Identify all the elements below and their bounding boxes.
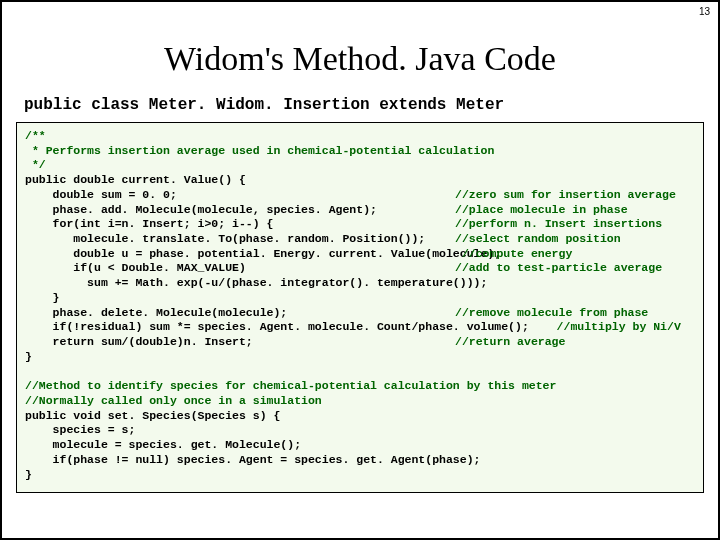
comment: //return average <box>455 335 565 350</box>
comment: */ <box>25 158 46 173</box>
code: phase. add. Molecule(molecule, species. … <box>25 203 455 218</box>
comment: //zero sum for insertion average <box>455 188 676 203</box>
comment: /** <box>25 129 46 144</box>
code: phase. delete. Molecule(molecule); <box>25 306 455 321</box>
code: if(u < Double. MAX_VALUE) <box>25 261 455 276</box>
comment: //select random position <box>455 232 621 247</box>
code: double u = phase. potential. Energy. cur… <box>25 247 455 262</box>
code-block: /** * Performs insertion average used in… <box>16 122 704 493</box>
slide: 13 Widom's Method. Java Code public clas… <box>0 0 720 540</box>
code: if(!residual) sum *= species. Agent. mol… <box>25 320 529 335</box>
code: public double current. Value() { <box>25 173 246 188</box>
comment: //add to test-particle average <box>455 261 662 276</box>
code: public void set. Species(Species s) { <box>25 409 280 424</box>
code: molecule. translate. To(phase. random. P… <box>25 232 455 247</box>
comment: //Method to identify species for chemica… <box>25 379 556 394</box>
code: molecule = species. get. Molecule(); <box>25 438 301 453</box>
class-declaration: public class Meter. Widom. Insertion ext… <box>24 96 698 114</box>
comment: //place molecule in phase <box>455 203 628 218</box>
code: species = s; <box>25 423 135 438</box>
comment: //Normally called only once in a simulat… <box>25 394 322 409</box>
comment: //compute energy <box>455 247 572 262</box>
page-number: 13 <box>699 6 710 17</box>
code: } <box>25 291 60 306</box>
slide-title: Widom's Method. Java Code <box>2 40 718 78</box>
comment: * Performs insertion average used in che… <box>25 144 494 159</box>
code: sum += Math. exp(-u/(phase. integrator()… <box>25 276 487 291</box>
code: if(phase != null) species. Agent = speci… <box>25 453 480 468</box>
code: return sum/(double)n. Insert; <box>25 335 455 350</box>
code: } <box>25 468 32 483</box>
comment: //perform n. Insert insertions <box>455 217 662 232</box>
code: double sum = 0. 0; <box>25 188 455 203</box>
comment: //remove molecule from phase <box>455 306 648 321</box>
code: } <box>25 350 32 365</box>
code: for(int i=n. Insert; i>0; i--) { <box>25 217 455 232</box>
comment: //multiply by Ni/V <box>529 320 681 335</box>
blank-line <box>25 365 32 380</box>
